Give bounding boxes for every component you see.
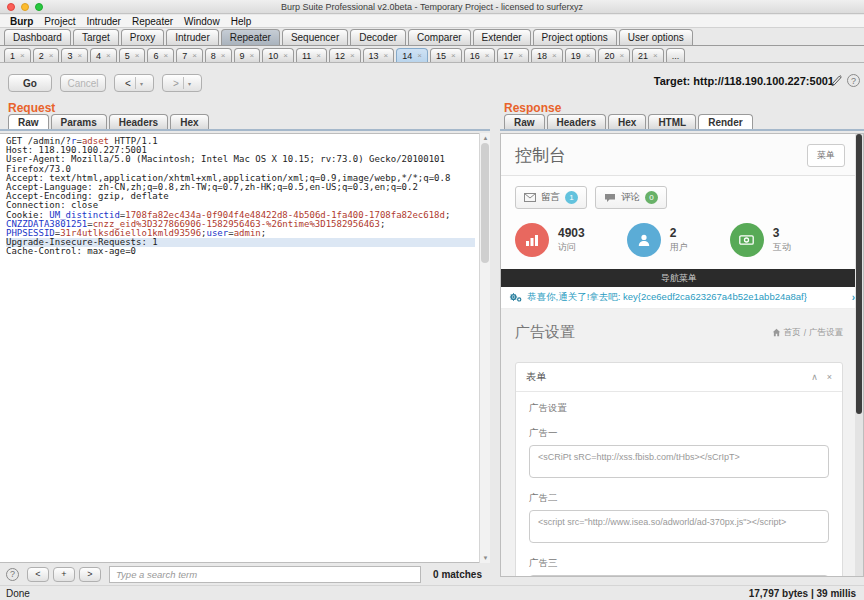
go-button[interactable]: Go xyxy=(8,74,52,92)
close-tab-icon[interactable]: × xyxy=(653,51,658,60)
main-tab-repeater[interactable]: Repeater xyxy=(221,29,280,45)
search-prev-button[interactable]: < xyxy=(27,567,49,582)
close-tab-icon[interactable]: × xyxy=(135,51,140,60)
chevron-down-icon[interactable]: ▾ xyxy=(188,80,191,87)
main-tab-proxy[interactable]: Proxy xyxy=(121,29,165,45)
main-tab-target[interactable]: Target xyxy=(73,29,119,45)
ad-field-input-3[interactable] xyxy=(529,575,829,577)
repeater-tab-10[interactable]: 10× xyxy=(262,48,294,62)
close-tab-icon[interactable]: × xyxy=(619,51,624,60)
close-tab-icon[interactable]: × xyxy=(20,51,25,60)
repeater-tab-19[interactable]: 19× xyxy=(565,48,597,62)
scrollbar-thumb[interactable] xyxy=(481,143,489,263)
repeater-tab-6[interactable]: 6× xyxy=(147,48,174,62)
history-forward-button[interactable]: > ▾ xyxy=(162,74,202,92)
main-tab-sequencer[interactable]: Sequencer xyxy=(282,29,348,45)
main-tab-comparer[interactable]: Comparer xyxy=(408,29,470,45)
repeater-tab-4[interactable]: 4× xyxy=(90,48,117,62)
close-tab-icon[interactable]: × xyxy=(485,51,490,60)
messages-button[interactable]: 留言 1 xyxy=(515,186,587,209)
repeater-tab-20[interactable]: 20× xyxy=(598,48,630,62)
request-tab-headers[interactable]: Headers xyxy=(109,114,168,129)
main-tab-extender[interactable]: Extender xyxy=(473,29,531,45)
cancel-button[interactable]: Cancel xyxy=(60,74,106,92)
repeater-tab-11[interactable]: 11× xyxy=(296,48,327,62)
response-tab-headers[interactable]: Headers xyxy=(547,114,606,129)
close-tab-icon[interactable]: × xyxy=(49,51,54,60)
response-tab-html[interactable]: HTML xyxy=(648,114,696,129)
repeater-tab-14[interactable]: 14× xyxy=(396,48,428,62)
close-tab-icon[interactable]: × xyxy=(283,51,288,60)
edit-target-icon[interactable] xyxy=(830,74,842,88)
search-input[interactable] xyxy=(109,566,421,583)
repeater-tab-9[interactable]: 9× xyxy=(234,48,261,62)
comments-button[interactable]: 评论 0 xyxy=(595,186,667,209)
repeater-tab-21[interactable]: 21× xyxy=(632,48,664,62)
response-tab-hex[interactable]: Hex xyxy=(608,114,646,129)
scroll-down-icon[interactable]: ▼ xyxy=(480,553,491,563)
repeater-tab-13[interactable]: 13× xyxy=(363,48,395,62)
ad-field-input-1[interactable] xyxy=(529,445,829,478)
close-tab-icon[interactable]: × xyxy=(221,51,226,60)
repeater-tab-overflow[interactable]: ... xyxy=(666,48,686,62)
history-back-button[interactable]: < ▾ xyxy=(114,74,154,92)
main-tab-user-options[interactable]: User options xyxy=(619,29,693,45)
close-tab-icon[interactable]: × xyxy=(586,51,591,60)
close-tab-icon[interactable]: × xyxy=(192,51,197,60)
close-tab-icon[interactable]: × xyxy=(384,51,389,60)
close-tab-icon[interactable]: × xyxy=(163,51,168,60)
response-tab-raw[interactable]: Raw xyxy=(504,114,545,129)
search-help-icon[interactable]: ? xyxy=(6,568,19,581)
menu-toggle-button[interactable]: 菜单 xyxy=(807,144,845,167)
ad-field-input-2[interactable] xyxy=(529,510,829,543)
close-tab-icon[interactable]: × xyxy=(451,51,456,60)
zoom-window-button[interactable] xyxy=(35,3,43,11)
main-tab-decoder[interactable]: Decoder xyxy=(350,29,406,45)
request-tab-hex[interactable]: Hex xyxy=(170,114,208,129)
request-editor[interactable]: GET /admin/?r=adset HTTP/1.1Host: 118.19… xyxy=(0,133,490,563)
request-scrollbar[interactable]: ▲ ▼ xyxy=(479,133,490,563)
main-tab-dashboard[interactable]: Dashboard xyxy=(4,29,71,45)
close-window-button[interactable] xyxy=(7,3,15,11)
rendered-nav-bar[interactable]: 导航菜单 xyxy=(501,269,857,287)
repeater-tab-18[interactable]: 18× xyxy=(531,48,563,62)
main-tab-intruder[interactable]: Intruder xyxy=(166,29,218,45)
request-tab-params[interactable]: Params xyxy=(51,114,107,129)
scroll-up-icon[interactable]: ▲ xyxy=(480,133,491,143)
menu-item-help[interactable]: Help xyxy=(231,16,252,27)
repeater-tab-8[interactable]: 8× xyxy=(205,48,232,62)
close-tab-icon[interactable]: × xyxy=(77,51,82,60)
repeater-tab-3[interactable]: 3× xyxy=(61,48,88,62)
menu-item-repeater[interactable]: Repeater xyxy=(132,16,173,27)
main-tab-project-options[interactable]: Project options xyxy=(533,29,617,45)
menu-item-intruder[interactable]: Intruder xyxy=(86,16,120,27)
close-tab-icon[interactable]: × xyxy=(250,51,255,60)
flag-link[interactable]: 恭喜你,通关了!拿去吧: key{2ce6edf2ca623267a4b52e1… xyxy=(527,291,807,304)
search-next-button[interactable]: > xyxy=(79,567,101,582)
close-tab-icon[interactable]: × xyxy=(518,51,523,60)
chevron-down-icon[interactable]: ▾ xyxy=(140,80,143,87)
request-tab-raw[interactable]: Raw xyxy=(8,114,49,129)
menu-item-project[interactable]: Project xyxy=(44,16,75,27)
collapse-panel-icon[interactable]: ∧ xyxy=(811,372,818,382)
close-tab-icon[interactable]: × xyxy=(417,51,422,60)
close-tab-icon[interactable]: × xyxy=(552,51,557,60)
render-scrollbar[interactable] xyxy=(855,134,863,577)
help-icon[interactable]: ? xyxy=(847,74,860,87)
menu-item-burp[interactable]: Burp xyxy=(10,16,33,27)
menu-item-window[interactable]: Window xyxy=(184,16,220,27)
response-tab-render[interactable]: Render xyxy=(698,114,752,129)
repeater-tab-2[interactable]: 2× xyxy=(33,48,60,62)
repeater-tab-5[interactable]: 5× xyxy=(119,48,146,62)
breadcrumb-home[interactable]: 首页 xyxy=(784,327,801,339)
scrollbar-thumb[interactable] xyxy=(856,134,862,414)
repeater-tab-1[interactable]: 1× xyxy=(4,48,31,62)
close-tab-icon[interactable]: × xyxy=(316,51,321,60)
repeater-tab-15[interactable]: 15× xyxy=(430,48,462,62)
repeater-tab-7[interactable]: 7× xyxy=(176,48,203,62)
minimize-window-button[interactable] xyxy=(21,3,29,11)
repeater-tab-12[interactable]: 12× xyxy=(329,48,361,62)
search-add-button[interactable]: + xyxy=(53,567,75,582)
close-tab-icon[interactable]: × xyxy=(106,51,111,60)
repeater-tab-16[interactable]: 16× xyxy=(464,48,496,62)
